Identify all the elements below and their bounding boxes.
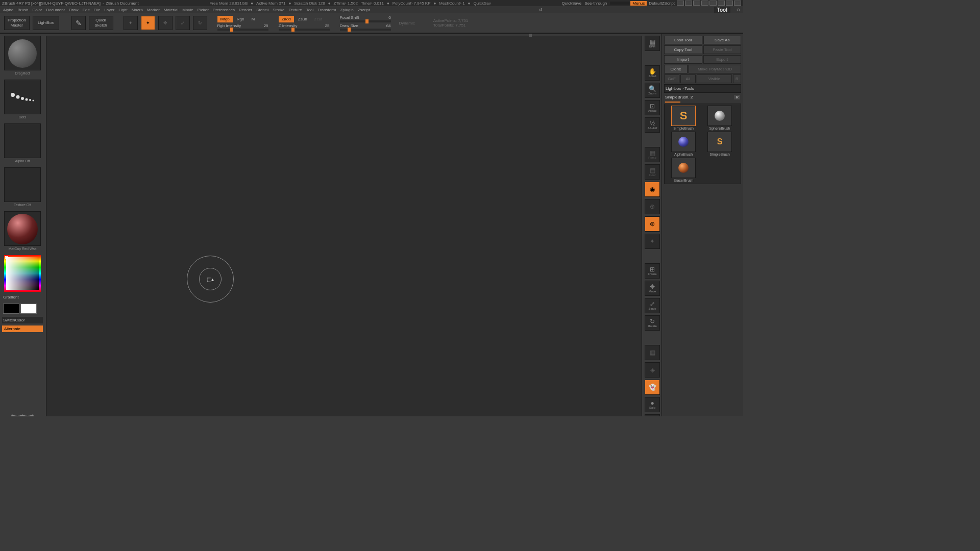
edit-icon[interactable]: ✦ <box>124 16 138 30</box>
menu-layer[interactable]: Layer <box>104 8 114 12</box>
paste-tool-button[interactable]: Paste Tool <box>703 45 742 54</box>
tool-panel-header[interactable]: Tool <box>714 7 730 13</box>
canvas-scroll-indicator[interactable] <box>529 34 532 37</box>
rotate-button[interactable]: ↻Rotate <box>645 315 660 331</box>
window-button-5[interactable] <box>709 1 717 6</box>
menu-zscript[interactable]: Zscript <box>358 8 370 12</box>
import-button[interactable]: Import <box>664 55 702 64</box>
bpr-button[interactable]: ▦BPR <box>645 36 660 51</box>
window-button-1[interactable] <box>677 1 684 6</box>
save-as-button[interactable]: Save As <box>703 36 742 44</box>
menu-picker[interactable]: Picker <box>198 8 209 12</box>
persp-button[interactable]: ▦Persp <box>645 147 660 162</box>
reset-icon[interactable]: ↺ <box>539 8 543 12</box>
zsub-button[interactable]: Zsub <box>295 16 310 22</box>
actual-button[interactable]: ⊡Actual <box>645 100 660 115</box>
projection-master-button[interactable]: Projection Master <box>4 16 30 30</box>
menu-stencil[interactable]: Stencil <box>256 8 268 12</box>
menu-render[interactable]: Render <box>239 8 252 12</box>
zadd-button[interactable]: Zadd <box>279 16 294 22</box>
tool-eraserbrush[interactable]: EraserBrush <box>666 158 701 182</box>
secondary-color-swatch[interactable] <box>3 304 19 314</box>
move-mode-icon[interactable]: ✥ <box>158 16 173 30</box>
local-button[interactable]: ◉ <box>645 182 660 197</box>
material-thumbnail[interactable]: MatCap Red Wax <box>4 211 41 246</box>
canvas[interactable]: ⬚▴ <box>46 36 642 416</box>
all-button[interactable]: All <box>680 74 696 83</box>
lightbox-button[interactable]: LightBox <box>33 16 59 30</box>
isolate-button[interactable]: ▣ <box>645 414 660 416</box>
frame-button[interactable]: ⊞Frame <box>645 263 660 279</box>
menu-file[interactable]: File <box>93 8 100 12</box>
menu-alpha[interactable]: Alpha <box>3 8 13 12</box>
lcam-button[interactable]: ⊛ <box>645 216 660 232</box>
primary-color-swatch[interactable] <box>20 304 37 314</box>
menu-marker[interactable]: Marker <box>147 8 160 12</box>
stroke-thumbnail[interactable]: Dots <box>4 80 41 114</box>
zcut-button[interactable]: Zcut <box>311 16 326 22</box>
color-picker[interactable] <box>4 255 41 292</box>
brush-thumbnail[interactable]: DragRect <box>4 36 41 70</box>
menu-zplugin[interactable]: Zplugin <box>340 8 353 12</box>
menu-color[interactable]: Color <box>32 8 42 12</box>
menu-tool[interactable]: Tool <box>306 8 314 12</box>
make-polymesh-button[interactable]: Make PolyMesh3D <box>689 65 741 73</box>
lsym-button[interactable]: ⊕ <box>645 199 660 214</box>
polyf-button[interactable]: ▦ <box>645 345 660 360</box>
focal-shift-slider[interactable] <box>340 20 391 22</box>
menu-light[interactable]: Light <box>118 8 127 12</box>
alpha-thumbnail[interactable]: Alpha Off <box>4 123 41 158</box>
texture-thumbnail[interactable]: Texture Off <box>4 167 41 202</box>
export-button[interactable]: Export <box>703 55 742 64</box>
rotate-mode-icon[interactable]: ↻ <box>193 16 207 30</box>
menu-draw[interactable]: Draw <box>69 8 79 12</box>
ghost-button[interactable]: 👻 <box>645 380 660 395</box>
floor-button[interactable]: ▤Floor <box>645 164 660 180</box>
close-button[interactable] <box>734 1 741 6</box>
pin-icon[interactable]: ⊙ <box>737 8 740 12</box>
load-tool-button[interactable]: Load Tool <box>664 36 702 44</box>
move-button[interactable]: ✥Move <box>645 281 660 296</box>
seethrough-slider[interactable]: See-through <box>584 1 607 6</box>
default-script[interactable]: DefaultZScript <box>649 1 675 6</box>
menu-texture[interactable]: Texture <box>288 8 302 12</box>
r-button[interactable]: R <box>733 74 741 83</box>
gof-button[interactable]: GoF <box>664 74 679 83</box>
switchcolor-button[interactable]: SwitchColor <box>2 317 43 323</box>
solo-button[interactable]: ●Solo <box>645 397 660 412</box>
scroll-button[interactable]: ✋Scroll <box>645 65 660 81</box>
tool-r-badge[interactable]: R <box>734 95 740 99</box>
menu-stroke[interactable]: Stroke <box>273 8 284 12</box>
menu-document[interactable]: Document <box>46 8 65 12</box>
menu-material[interactable]: Material <box>164 8 178 12</box>
menu-preferences[interactable]: Preferences <box>213 8 235 12</box>
m-button[interactable]: M <box>249 16 258 22</box>
z-intensity-slider[interactable] <box>279 29 330 31</box>
mrgb-button[interactable]: Mrgb <box>217 16 233 22</box>
zoom-button[interactable]: 🔍Zoom <box>645 83 660 98</box>
lightbox-tools-header[interactable]: Lightbox › Tools <box>664 84 741 93</box>
xyz-button[interactable]: ✦ <box>645 234 660 249</box>
rgb-intensity-slider[interactable] <box>217 29 268 31</box>
quicksketch-button[interactable]: Quick Sketch <box>89 16 113 30</box>
gradient-button[interactable]: Gradient <box>2 294 43 300</box>
minimize-button[interactable] <box>718 1 725 6</box>
scale-mode-icon[interactable]: ⤢ <box>176 16 190 30</box>
aahalf-button[interactable]: ½AAHalf <box>645 117 660 133</box>
menu-movie[interactable]: Movie <box>182 8 193 12</box>
visible-button[interactable]: Visible <box>697 74 732 83</box>
draw-mode-button[interactable]: ✦ <box>141 16 155 30</box>
xpose-button[interactable]: ◈ <box>645 362 660 378</box>
quicksketch-icon[interactable]: ✎ <box>71 16 86 30</box>
maximize-button[interactable] <box>726 1 733 6</box>
menu-macro[interactable]: Macro <box>132 8 143 12</box>
window-button-2[interactable] <box>685 1 692 6</box>
quicksave-button[interactable]: QuickSave <box>562 1 582 6</box>
draw-size-slider[interactable] <box>340 29 391 31</box>
clone-button[interactable]: Clone <box>664 65 688 73</box>
window-button-3[interactable] <box>693 1 700 6</box>
tool-simplebrush[interactable]: S SimpleBrush <box>666 106 701 130</box>
rgb-button[interactable]: Rgb <box>234 16 248 22</box>
menus-button[interactable]: Menus <box>630 1 647 6</box>
window-button-4[interactable] <box>701 1 708 6</box>
